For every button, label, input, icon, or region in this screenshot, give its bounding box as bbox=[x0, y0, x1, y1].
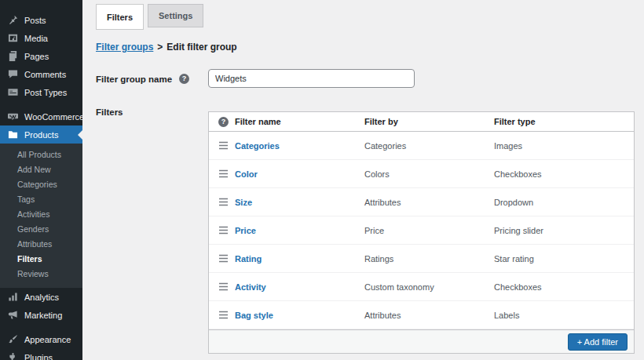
submenu-item-activities[interactable]: Activities bbox=[0, 207, 82, 222]
help-icon[interactable]: ? bbox=[179, 74, 189, 84]
filter-by-value: Attributes bbox=[364, 198, 494, 207]
megaphone-icon bbox=[7, 310, 18, 321]
sidebar-item-analytics[interactable]: Analytics bbox=[0, 288, 82, 306]
table-row: Activity Custom taxonomy Checkboxes bbox=[209, 273, 634, 301]
post-types-icon bbox=[7, 87, 18, 98]
sidebar-item-pages[interactable]: Pages bbox=[0, 47, 82, 65]
admin-sidebar: Posts Media Pages Comments Post Types Wo… bbox=[0, 0, 82, 360]
submenu-item-tags[interactable]: Tags bbox=[0, 192, 82, 207]
filter-by-value: Price bbox=[364, 226, 494, 235]
content-area: Filters Settings Filter groups>Edit filt… bbox=[82, 0, 644, 360]
filter-by-value: Attributes bbox=[364, 311, 494, 320]
filter-name-link[interactable]: Size bbox=[235, 198, 252, 207]
tab-settings[interactable]: Settings bbox=[148, 4, 203, 27]
pin-icon bbox=[7, 15, 18, 26]
drag-handle-icon[interactable] bbox=[218, 226, 229, 235]
products-submenu: All Products Add New Categories Tags Act… bbox=[0, 144, 82, 288]
media-icon bbox=[7, 33, 18, 44]
filter-name-link[interactable]: Bag style bbox=[235, 311, 273, 320]
filter-name-link[interactable]: Color bbox=[235, 169, 258, 179]
sidebar-item-label: Media bbox=[24, 34, 48, 43]
sidebar-item-media[interactable]: Media bbox=[0, 29, 82, 47]
sidebar-item-comments[interactable]: Comments bbox=[0, 65, 82, 83]
plug-icon bbox=[7, 352, 18, 360]
sidebar-item-label: Products bbox=[24, 130, 58, 140]
filter-name-link[interactable]: Price bbox=[235, 226, 256, 235]
sidebar-item-label: Pages bbox=[24, 52, 49, 61]
filter-name-link[interactable]: Activity bbox=[235, 282, 266, 292]
menu-separator bbox=[0, 101, 82, 107]
comment-bubble-icon bbox=[7, 69, 18, 80]
table-row: Price Price Pricing slider bbox=[209, 216, 634, 245]
filter-name-link[interactable]: Categories bbox=[235, 141, 280, 151]
table-row: Categories Categories Images bbox=[209, 132, 634, 160]
table-header-row: ? Filter name Filter by Filter type bbox=[209, 112, 634, 132]
table-footer: + Add filter bbox=[209, 329, 634, 353]
tab-bar: Filters Settings bbox=[96, 4, 203, 30]
sidebar-item-posts[interactable]: Posts bbox=[0, 11, 82, 29]
header-filter-type: Filter type bbox=[494, 117, 634, 126]
breadcrumb-filter-groups-link[interactable]: Filter groups bbox=[96, 42, 153, 53]
sidebar-item-post-types[interactable]: Post Types bbox=[0, 83, 82, 101]
drag-handle-icon[interactable] bbox=[218, 141, 229, 150]
paintbrush-icon bbox=[7, 334, 18, 345]
sidebar-item-appearance[interactable]: Appearance bbox=[0, 330, 82, 348]
sidebar-item-label: Posts bbox=[24, 16, 46, 25]
drag-handle-icon[interactable] bbox=[218, 282, 229, 291]
filter-type-value: Star rating bbox=[494, 254, 634, 264]
submenu-item-all-products[interactable]: All Products bbox=[0, 147, 82, 162]
sidebar-item-label: Analytics bbox=[24, 293, 59, 302]
pages-icon bbox=[7, 51, 18, 62]
filter-type-value: Images bbox=[494, 141, 634, 151]
filter-by-value: Ratings bbox=[364, 254, 494, 264]
table-row: Color Colors Checkboxes bbox=[209, 160, 634, 188]
sidebar-item-label: Post Types bbox=[24, 88, 67, 97]
filter-type-value: Checkboxes bbox=[494, 282, 634, 292]
drag-handle-icon[interactable] bbox=[218, 311, 229, 319]
breadcrumb-current: Edit filter group bbox=[166, 42, 236, 53]
filter-type-value: Pricing slider bbox=[494, 226, 634, 235]
filters-label: Filters bbox=[96, 107, 123, 117]
drag-handle-icon[interactable] bbox=[218, 169, 229, 178]
breadcrumb-separator: > bbox=[157, 42, 163, 53]
drag-handle-icon[interactable] bbox=[218, 198, 229, 206]
table-row: Bag style Attributes Labels bbox=[209, 301, 634, 329]
help-icon[interactable]: ? bbox=[218, 117, 229, 127]
sidebar-item-woocommerce[interactable]: WooCommerce bbox=[0, 107, 82, 125]
sidebar-item-marketing[interactable]: Marketing bbox=[0, 306, 82, 324]
filter-group-name-label: Filter group name bbox=[96, 75, 172, 84]
sidebar-item-products[interactable]: Products bbox=[0, 125, 82, 144]
header-filter-name: Filter name bbox=[235, 117, 364, 126]
table-row: Size Attributes Dropdown bbox=[209, 188, 634, 216]
filter-type-value: Checkboxes bbox=[494, 169, 634, 179]
filter-name-link[interactable]: Rating bbox=[235, 254, 262, 264]
sidebar-item-label: Comments bbox=[24, 70, 66, 79]
sidebar-item-plugins[interactable]: Plugins bbox=[0, 348, 82, 360]
sidebar-item-label: Plugins bbox=[24, 353, 53, 360]
filter-by-value: Custom taxonomy bbox=[364, 282, 494, 292]
woocommerce-icon bbox=[7, 111, 18, 122]
submenu-item-reviews[interactable]: Reviews bbox=[0, 267, 82, 282]
sidebar-item-label: WooCommerce bbox=[24, 112, 84, 122]
header-filter-by: Filter by bbox=[364, 117, 494, 126]
drag-handle-icon[interactable] bbox=[218, 254, 229, 263]
submenu-item-genders[interactable]: Genders bbox=[0, 222, 82, 237]
products-folder-icon bbox=[7, 129, 18, 140]
filter-group-name-input[interactable] bbox=[208, 69, 415, 88]
filter-type-value: Labels bbox=[494, 311, 634, 320]
tab-filters[interactable]: Filters bbox=[96, 4, 144, 30]
submenu-item-attributes[interactable]: Attributes bbox=[0, 237, 82, 252]
table-row: Rating Ratings Star rating bbox=[209, 245, 634, 273]
filter-type-value: Dropdown bbox=[494, 198, 634, 207]
filter-by-value: Colors bbox=[364, 169, 494, 179]
submenu-item-add-new[interactable]: Add New bbox=[0, 162, 82, 177]
sidebar-item-label: Appearance bbox=[24, 335, 71, 344]
menu-separator bbox=[0, 324, 82, 330]
submenu-item-filters[interactable]: Filters bbox=[0, 252, 82, 267]
filter-by-value: Categories bbox=[364, 141, 494, 151]
submenu-item-categories[interactable]: Categories bbox=[0, 177, 82, 192]
bar-chart-icon bbox=[7, 292, 18, 303]
add-filter-button[interactable]: + Add filter bbox=[568, 333, 628, 351]
filters-table: ? Filter name Filter by Filter type Cate… bbox=[208, 111, 635, 354]
breadcrumb: Filter groups>Edit filter group bbox=[96, 42, 237, 53]
